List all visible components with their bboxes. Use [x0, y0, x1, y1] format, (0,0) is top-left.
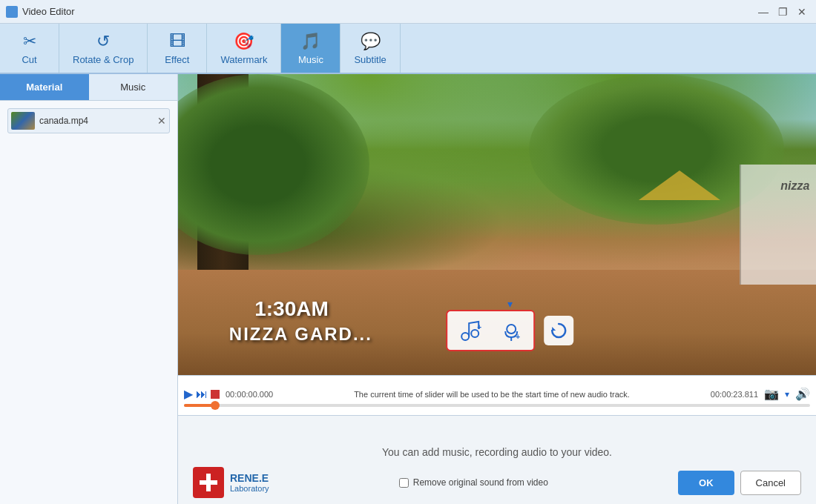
panel-tab-material[interactable]: Material — [0, 74, 89, 100]
action-buttons: OK Cancel — [678, 471, 801, 495]
tab-rotate-label: Rotate & Crop — [73, 54, 134, 65]
tab-watermark-label: Watermark — [220, 54, 267, 65]
controls-top: ▶ ⏭ 00:00:00.000 The current time of sli… — [178, 384, 816, 404]
subtitle-icon: 💬 — [361, 32, 381, 51]
refresh-button[interactable] — [544, 316, 573, 345]
file-name: canada.mp4 — [39, 116, 88, 126]
step-button[interactable]: ⏭ — [196, 388, 208, 401]
playback-controls[interactable]: ▶ ⏭ — [184, 387, 220, 401]
svg-point-0 — [461, 333, 469, 340]
bottom-message: You can add music, recording audio to yo… — [382, 446, 612, 458]
file-thumbnail — [11, 112, 35, 130]
place-text-overlay: NIZZA GARD... — [229, 324, 372, 345]
window-controls[interactable]: — ❐ ✕ — [755, 4, 810, 20]
record-audio-button[interactable]: + — [496, 316, 526, 345]
time-start: 00:00:00.000 — [226, 390, 285, 399]
remove-sound-checkbox[interactable] — [399, 478, 409, 488]
music-icon: 🎵 — [300, 32, 320, 51]
logo-sub: Laboratory — [230, 484, 269, 493]
panel-tab-material-label: Material — [26, 82, 62, 93]
file-item[interactable]: canada.mp4 ✕ — [7, 108, 170, 133]
progress-track[interactable] — [184, 404, 810, 407]
logo-name: RENE.E — [230, 472, 269, 484]
tab-subtitle[interactable]: 💬 Subtitle — [340, 24, 400, 73]
tab-subtitle-label: Subtitle — [354, 54, 386, 65]
float-toolbar: ▾ + + — [446, 310, 573, 351]
bottom-area: You can add music, recording audio to yo… — [178, 415, 816, 504]
main-area: Material Music canada.mp4 ✕ — [0, 74, 816, 504]
volume-icon[interactable]: 🔊 — [795, 387, 810, 401]
logo-text-area: RENE.E Laboratory — [230, 472, 269, 493]
add-music-button[interactable]: + — [455, 316, 484, 345]
camera-dropdown[interactable]: ▾ — [785, 389, 789, 399]
time-end: 00:00:23.811 — [699, 390, 758, 399]
rotate-icon: ↺ — [96, 32, 110, 51]
watermark-icon: 🎯 — [234, 32, 254, 51]
left-panel: Material Music canada.mp4 ✕ — [0, 74, 178, 504]
stop-button[interactable] — [211, 390, 220, 399]
tab-cut[interactable]: ✂ Cut — [0, 24, 59, 73]
sign-text: nizza — [780, 179, 809, 193]
logo-cross-icon — [198, 472, 219, 493]
svg-marker-6 — [552, 327, 556, 331]
cancel-button[interactable]: Cancel — [740, 471, 801, 495]
close-button[interactable]: ✕ — [794, 4, 810, 20]
logo-area: RENE.E Laboratory — [193, 467, 269, 498]
add-music-icon: + — [458, 319, 481, 342]
play-button[interactable]: ▶ — [184, 387, 193, 401]
tab-music[interactable]: 🎵 Music — [281, 24, 340, 73]
float-btn-group: ▾ + + — [446, 310, 535, 351]
camera-icon[interactable]: 📷 — [764, 387, 779, 401]
video-panel: nizza 1:30AM NIZZA GARD... ▾ + — [178, 74, 816, 504]
tab-cut-label: Cut — [22, 54, 36, 65]
video-preview: nizza 1:30AM NIZZA GARD... ▾ + — [178, 74, 816, 375]
panel-content: canada.mp4 ✕ — [0, 101, 177, 504]
progress-handle[interactable] — [211, 401, 220, 410]
panel-tab-music[interactable]: Music — [89, 74, 178, 100]
logo-icon — [193, 467, 224, 498]
file-close-button[interactable]: ✕ — [157, 115, 166, 127]
app-title: Video Editor — [22, 6, 75, 17]
minimize-button[interactable]: — — [755, 4, 771, 20]
tab-music-label: Music — [298, 54, 323, 65]
dropdown-chevron: ▾ — [507, 298, 513, 310]
svg-point-3 — [507, 325, 516, 334]
checkbox-area[interactable]: Remove original sound from video — [399, 477, 548, 488]
restore-button[interactable]: ❐ — [774, 4, 791, 20]
remove-sound-label: Remove original sound from video — [413, 477, 548, 488]
tab-effect-label: Effect — [165, 54, 189, 65]
svg-text:+: + — [477, 323, 481, 331]
svg-text:+: + — [516, 333, 520, 341]
ok-button[interactable]: OK — [678, 471, 734, 495]
time-text-overlay: 1:30AM — [254, 297, 329, 321]
tab-watermark[interactable]: 🎯 Watermark — [207, 24, 281, 73]
svg-rect-8 — [200, 480, 217, 485]
toolbar: ✂ Cut ↺ Rotate & Crop 🎞 Effect 🎯 Waterma… — [0, 24, 816, 74]
title-bar: Video Editor — ❐ ✕ — [0, 0, 816, 24]
controls-bar: ▶ ⏭ 00:00:00.000 The current time of sli… — [178, 375, 816, 415]
panel-tab-music-label: Music — [120, 82, 145, 93]
panel-tabs[interactable]: Material Music — [0, 74, 177, 101]
umbrella-shape — [639, 170, 720, 200]
progress-row[interactable] — [178, 404, 816, 407]
tab-rotate[interactable]: ↺ Rotate & Crop — [59, 24, 148, 73]
effect-icon: 🎞 — [169, 32, 185, 51]
app-icon — [6, 6, 18, 18]
hint-text: The current time of slider will be used … — [291, 390, 693, 399]
tab-effect[interactable]: 🎞 Effect — [148, 24, 207, 73]
bottom-footer: RENE.E Laboratory Remove original sound … — [193, 467, 801, 498]
cut-icon: ✂ — [23, 32, 36, 51]
record-audio-icon: + — [499, 319, 523, 342]
refresh-icon — [548, 320, 569, 341]
title-bar-left: Video Editor — [6, 6, 75, 18]
